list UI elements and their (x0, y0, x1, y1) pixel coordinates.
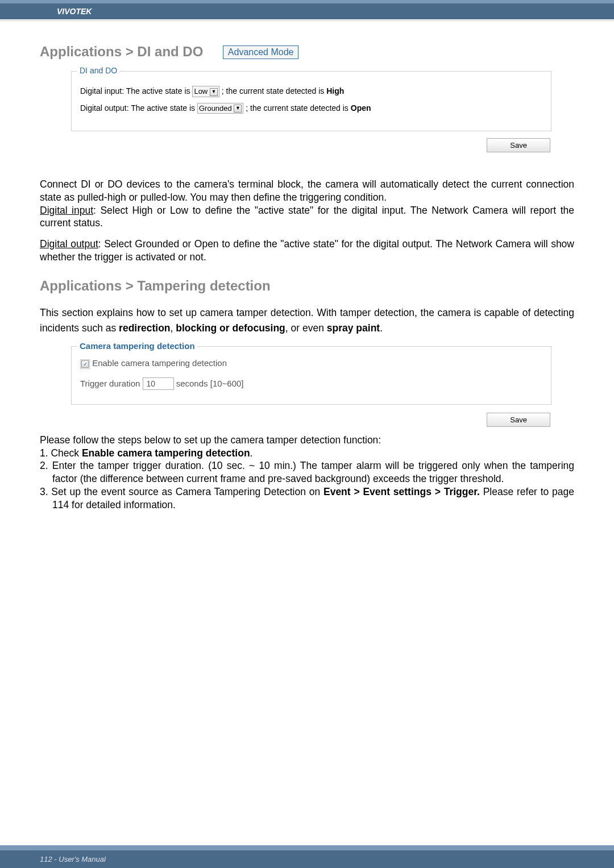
digital-output-label: Digital output: The active state is (80, 103, 195, 113)
di-desc: : Select High or Low to define the "acti… (40, 205, 574, 229)
s1a: 1. Check (40, 447, 82, 459)
do-desc: : Select Grounded or Open to define the … (40, 238, 574, 263)
header-bar: VIVOTEK (0, 3, 614, 19)
tamper-p-f: spray paint (327, 322, 380, 334)
s1c: . (250, 447, 253, 459)
s3b: Event > Event settings > Trigger. (323, 486, 480, 497)
digital-input-select[interactable]: Low ▼ (192, 86, 219, 97)
digital-input-value: Low (194, 87, 208, 95)
section-title-tampering: Applications > Tampering detection (40, 278, 574, 294)
trigger-duration-row: Trigger duration 10 seconds [10~600] (80, 377, 542, 390)
di-state-value: High (326, 86, 344, 95)
step-2: 2. Enter the tamper trigger duration. (1… (52, 459, 574, 485)
tamper-p-d: blocking or defocusing (176, 322, 285, 334)
digital-output-select[interactable]: Grounded ▼ (197, 103, 243, 114)
footer-bar: 112 - User's Manual (0, 850, 614, 868)
footer-text: 112 - User's Manual (40, 855, 106, 863)
tamper-p-b: redirection (119, 322, 170, 334)
digital-output-value: Grounded (199, 104, 232, 113)
tamper-p-c: , (171, 322, 176, 334)
trigger-duration-suffix: seconds [10~600] (176, 379, 244, 388)
di-do-legend: DI and DO (77, 66, 119, 75)
do-underline: Digital output (40, 238, 98, 250)
page-content: Applications > DI and DO Advanced Mode D… (0, 21, 614, 511)
di-underline: Digital input (40, 205, 93, 216)
digital-input-label: Digital input: The active state is (80, 86, 190, 95)
digital-input-row: Digital input: The active state is Low ▼… (80, 86, 542, 97)
tamper-fieldset: Camera tampering detection ✓ Enable came… (71, 346, 551, 405)
do-state-value: Open (351, 103, 371, 113)
trigger-duration-label: Trigger duration (80, 379, 140, 388)
dropdown-arrow-icon[interactable]: ▼ (234, 105, 242, 113)
check-icon: ✓ (81, 360, 89, 368)
tamper-p-g: . (380, 322, 383, 334)
step-1: 1. Check Enable camera tampering detecti… (52, 447, 574, 460)
enable-tamper-row: ✓ Enable camera tampering detection (80, 358, 542, 369)
tamper-legend: Camera tampering detection (77, 341, 197, 351)
brand-text: VIVOTEK (57, 7, 92, 16)
para-digital-output: Digital output: Select Grounded or Open … (40, 238, 574, 264)
enable-tamper-label: Enable camera tampering detection (92, 358, 227, 368)
para-digital-input: Digital input: Select High or Low to def… (40, 204, 574, 230)
paragraph-tamper-intro: This section explains how to set up came… (40, 305, 574, 336)
section-heading-row: Applications > DI and DO Advanced Mode (40, 44, 574, 60)
steps-block: Please follow the steps below to set up … (40, 434, 574, 512)
enable-tamper-checkbox[interactable]: ✓ (80, 359, 90, 369)
save-button-di[interactable]: Save (487, 138, 550, 152)
paragraph-connect: Connect DI or DO devices to the camera's… (40, 178, 574, 264)
tamper-p-e: , or even (285, 322, 327, 334)
dropdown-arrow-icon[interactable]: ▼ (210, 88, 218, 96)
di-suffix-a: ; the current state detected is (222, 86, 326, 95)
digital-output-row: Digital output: The active state is Grou… (80, 103, 542, 114)
save-button-tamper[interactable]: Save (487, 413, 550, 427)
trigger-duration-input[interactable]: 10 (143, 377, 174, 390)
advanced-mode-badge: Advanced Mode (223, 45, 299, 59)
section-title-di-do: Applications > DI and DO (40, 44, 203, 60)
steps-intro: Please follow the steps below to set up … (40, 434, 574, 447)
s1b: Enable camera tampering detection (82, 447, 250, 459)
para-connect-text: Connect DI or DO devices to the camera's… (40, 178, 574, 204)
s3a: 3. Set up the event source as Camera Tam… (40, 486, 323, 497)
step-3: 3. Set up the event source as Camera Tam… (52, 485, 574, 512)
do-suffix-a: ; the current state detected is (246, 103, 350, 113)
di-do-fieldset: DI and DO Digital input: The active stat… (71, 71, 551, 131)
